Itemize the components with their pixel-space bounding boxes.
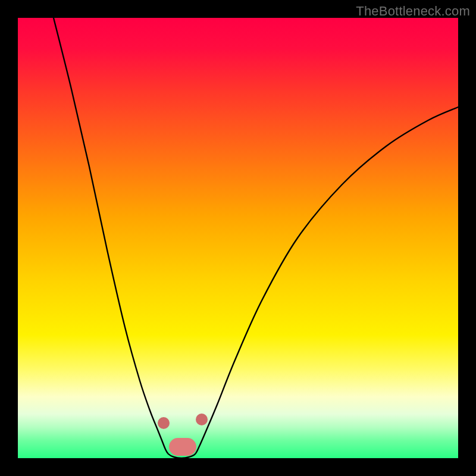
chart-frame: TheBottleneck.com (0, 0, 476, 476)
trough-dot-0 (158, 417, 170, 429)
trough-dot-1 (196, 414, 208, 425)
trough-bar (169, 438, 196, 456)
bottleneck-curve-chart (18, 18, 458, 458)
watermark-text: TheBottleneck.com (356, 4, 470, 19)
chart-background (18, 18, 458, 458)
chart-plot-area (18, 18, 458, 458)
